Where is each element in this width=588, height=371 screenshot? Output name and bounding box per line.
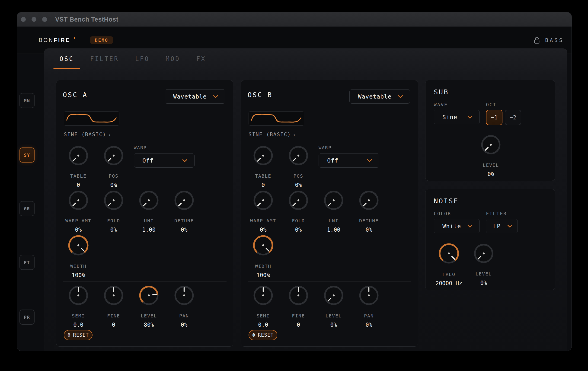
knob-uni: UNI1.00 [316,191,351,233]
noise-color-dropdown[interactable]: White [434,219,480,233]
knob-warp-amt: WARP AMT0% [61,191,96,233]
knob-dial[interactable] [253,191,273,210]
knob-label: WIDTH [255,263,271,269]
knob-value: 0 [297,322,300,328]
knob-dial[interactable] [69,146,88,165]
osc-a-reset-button[interactable]: Φ RESET [64,330,93,340]
knob-dial[interactable] [359,191,379,210]
chevron-down-icon [507,225,512,228]
osc-b-warp-value: Off [327,157,338,164]
knob-value: 0 [112,322,115,328]
sub-oct-minus2-button[interactable]: −2 [505,110,521,125]
osc-a-wavetable-selector[interactable]: SINE (BASIC)▾ [64,131,111,137]
knob-dial[interactable] [253,146,273,165]
knob-label: TABLE [70,173,86,179]
knob-dial[interactable] [289,286,308,305]
knob-dial[interactable] [253,235,273,255]
preset-name[interactable]: BASS [545,37,564,43]
knob-value: 20000 Hz [435,280,462,286]
waveform-icon [64,112,119,125]
chevron-down-icon [367,159,372,162]
osc-b-waveform-display[interactable] [249,111,304,126]
knob-value: 0% [330,322,337,328]
knob-pan: PAN0% [351,286,387,328]
noise-filter-dropdown[interactable]: LP [486,219,518,233]
tab-lfo[interactable]: LFO [135,49,149,69]
knob-detune: DETUNE0% [167,191,202,233]
knob-label: FREQ [442,272,455,277]
knob-label: LEVEL [141,313,157,318]
knob-dial[interactable] [359,286,379,305]
knob-table: TABLE0 [246,146,281,188]
osc-b-warp-dropdown[interactable]: Off [319,153,379,168]
knob-label: PAN [179,313,189,318]
osc-a-warp-dropdown[interactable]: Off [134,153,195,168]
sub-oct-minus1-button[interactable]: −1 [486,110,503,125]
knob-dial[interactable] [104,191,123,210]
osc-a-engine-value: Wavetable [173,93,207,100]
tab-mod[interactable]: MOD [166,49,180,69]
knob-label: DETUNE [359,218,379,223]
osc-b-engine-dropdown[interactable]: Wavetable [349,89,410,104]
knob-dial[interactable] [253,286,273,305]
knob-dial[interactable] [104,146,123,165]
knob-dial[interactable] [474,244,494,263]
zoom-window-button[interactable] [42,17,47,22]
knob-level: LEVEL0% [316,286,351,328]
osc-b-reset-button[interactable]: Φ RESET [249,330,277,340]
knob-dial[interactable] [104,286,123,305]
knob-semi: SEMI0.0 [61,286,96,328]
knob-dial[interactable] [174,191,194,210]
knob-dial[interactable] [289,191,308,210]
unlock-icon[interactable] [534,37,540,44]
sub-wave-dropdown[interactable]: Sine [434,110,480,124]
osc-a-card: OSC A Wavetable SINE (BASIC)▾ TABLE0 POS… [56,80,233,347]
osc-b-card: OSC B Wavetable SINE (BASIC)▾ TABLE0 POS… [241,80,418,347]
sidebar-item-pt[interactable]: PT [20,255,34,270]
tab-osc[interactable]: OSC [60,49,74,69]
knob-dial[interactable] [68,235,89,255]
sidebar-item-pr[interactable]: PR [20,309,34,325]
knob-value: 1.00 [142,227,156,233]
knob-width: WIDTH100% [61,235,96,278]
osc-b-wavetable-selector[interactable]: SINE (BASIC)▾ [249,131,296,137]
sidebar-item-sy[interactable]: SY [20,148,34,163]
waveform-icon [249,112,304,125]
knob-value: 0% [260,227,267,233]
knob-fine: FINE0 [96,286,131,328]
knob-dial[interactable] [324,286,343,305]
knob-value: 0% [181,227,188,233]
minimize-window-button[interactable] [32,17,36,22]
knob-width: WIDTH100% [246,235,281,278]
knob-dial[interactable] [481,135,501,154]
knob-fold: FOLD0% [96,191,131,233]
knob-level: LEVEL80% [131,286,167,328]
knob-value: 1.00 [327,227,340,233]
close-window-button[interactable] [21,17,26,22]
knob-uni: UNI1.00 [131,191,167,233]
osc-a-engine-dropdown[interactable]: Wavetable [165,89,225,104]
noise-card: NOISE COLOR FILTER White LP FREQ20000 Hz… [425,189,555,290]
tab-filter[interactable]: FILTER [90,49,119,69]
warp-label: WARP [134,145,147,150]
osc-a-waveform-display[interactable] [64,111,119,126]
knob-dial[interactable] [139,286,158,305]
knob-label: FINE [292,313,305,318]
tab-fx[interactable]: FX [196,49,206,69]
knob-dial[interactable] [439,243,459,264]
knob-dial[interactable] [69,286,88,305]
knob-label: LEVEL [326,313,342,318]
titlebar[interactable]: VST Bench TestHost [17,12,572,27]
knob-label: FINE [107,313,120,318]
sidebar-item-gr[interactable]: GR [20,201,34,216]
knob-dial[interactable] [289,146,308,165]
knob-value: 100% [72,272,85,278]
noise-filter-label: FILTER [486,211,507,216]
knob-dial[interactable] [324,191,343,210]
sidebar-item-mn[interactable]: MN [20,93,34,108]
knob-dial[interactable] [69,191,88,210]
knob-dial[interactable] [139,191,158,210]
knob-label: UNI [144,218,154,223]
knob-dial[interactable] [174,286,194,305]
knob-label: DETUNE [174,218,194,223]
